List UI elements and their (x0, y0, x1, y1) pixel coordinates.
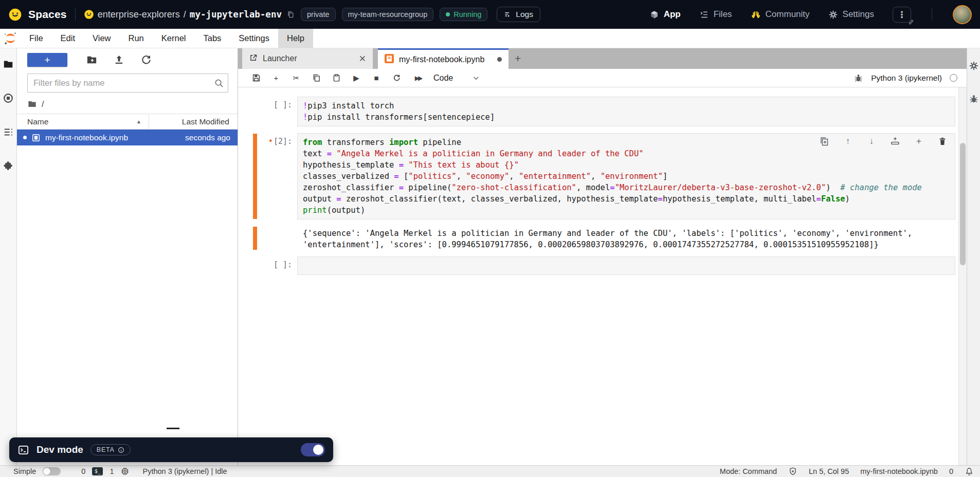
user-avatar[interactable] (953, 5, 972, 24)
upload-icon[interactable] (113, 54, 125, 66)
org-avatar-icon[interactable] (84, 9, 94, 20)
refresh-icon[interactable] (140, 54, 152, 66)
menu-settings[interactable]: Settings (230, 29, 278, 48)
cube-icon (649, 10, 659, 20)
repo-name-link[interactable]: my-jupyterlab-env (190, 9, 282, 20)
notebook-scrollbar[interactable] (958, 87, 967, 465)
bell-icon[interactable] (965, 467, 974, 476)
kernel-name[interactable]: Python 3 (ipykernel) (871, 74, 942, 83)
duplicate-icon[interactable] (819, 136, 829, 146)
unsaved-dot-icon (23, 136, 27, 139)
column-name[interactable]: Name ▲ (17, 114, 149, 129)
jupyter-menubar: File Edit View Run Kernel Tabs Settings … (0, 29, 980, 48)
save-icon[interactable] (251, 74, 261, 83)
menu-kernel[interactable]: Kernel (153, 29, 195, 48)
close-tab-icon[interactable]: ✕ (359, 53, 366, 64)
code-cell[interactable]: [ ]:!pip3 install torch!pip install tran… (238, 97, 955, 126)
menu-help[interactable]: Help (278, 29, 313, 48)
huggingface-logo-icon[interactable] (8, 8, 22, 22)
tab-launcher[interactable]: Launcher ✕ (242, 48, 373, 69)
kernel-status-icon[interactable] (950, 74, 957, 82)
breadcrumb-root[interactable]: / (42, 100, 44, 109)
file-filter-input[interactable] (27, 74, 228, 93)
cell-editor[interactable]: from transformers import pipelinetext = … (297, 133, 955, 219)
menu-file[interactable]: File (21, 29, 52, 48)
kernel-status-text[interactable]: Python 3 (ipykernel) | Idle (142, 467, 227, 475)
terminals-count[interactable]: 0 (81, 467, 85, 475)
code-line (303, 260, 950, 271)
move-down-icon[interactable]: ↓ (866, 136, 877, 146)
table-of-contents-icon[interactable] (3, 126, 14, 138)
terminal-icon (17, 444, 29, 456)
notification-count[interactable]: 0 (949, 467, 953, 475)
paste-icon[interactable] (332, 74, 341, 83)
restart-icon[interactable] (392, 74, 401, 83)
scrollbar-thumb[interactable] (960, 143, 966, 265)
command-mode-indicator[interactable]: Mode: Command (720, 467, 777, 475)
new-tab-icon[interactable]: + (515, 52, 521, 65)
nav-settings[interactable]: Settings (828, 9, 874, 20)
resourcegroup-badge[interactable]: my-team-resourcegroup (342, 8, 434, 21)
menu-view[interactable]: View (84, 29, 119, 48)
insert-below-icon[interactable]: + (271, 74, 281, 83)
column-last-modified[interactable]: Last Modified (149, 117, 238, 126)
nav-community[interactable]: Community (751, 9, 810, 20)
nav-files[interactable]: Files (699, 9, 732, 20)
code-line: text = "Angela Merkel is a politician in… (303, 148, 950, 159)
namespace-link[interactable]: enterprise-explorers (98, 9, 180, 20)
copy-icon[interactable] (312, 74, 321, 83)
new-folder-icon[interactable] (86, 54, 98, 66)
cell-input-prompt: •[2]: (238, 133, 297, 219)
active-cell-collapser[interactable] (253, 134, 257, 219)
running-status-badge[interactable]: Running (440, 8, 487, 21)
run-icon[interactable]: ▶ (352, 74, 361, 83)
code-cell[interactable]: [ ]: (238, 256, 955, 275)
insert-above-icon[interactable] (890, 136, 900, 146)
move-up-icon[interactable]: ↑ (843, 136, 853, 146)
copy-repo-name-icon[interactable] (286, 10, 295, 19)
logs-button[interactable]: Logs (497, 7, 540, 22)
output-collapser[interactable] (253, 227, 257, 250)
running-kernels-icon[interactable] (3, 93, 14, 104)
file-row-selected[interactable]: my-first-notebook.ipynb seconds ago (17, 130, 238, 145)
menu-edit[interactable]: Edit (52, 29, 84, 48)
debugger-bug-icon[interactable] (854, 73, 863, 83)
cell-type-select[interactable]: Code (433, 74, 480, 83)
new-launcher-button[interactable]: + (27, 53, 67, 67)
terminal-badge-icon[interactable]: $_ (92, 467, 103, 475)
cell-editor[interactable] (297, 256, 955, 275)
menu-tabs[interactable]: Tabs (194, 29, 230, 48)
dev-mode-toggle[interactable] (301, 443, 325, 456)
run-all-icon[interactable]: ▶▶ (412, 74, 424, 83)
delete-icon[interactable] (937, 136, 948, 146)
file-browser-icon[interactable] (3, 59, 14, 70)
info-icon[interactable] (118, 447, 124, 453)
spaces-brand[interactable]: Spaces (28, 8, 67, 21)
panel-resize-handle[interactable] (167, 428, 179, 429)
insert-below-icon[interactable]: + (914, 136, 924, 146)
debugger-panel-icon[interactable] (969, 94, 979, 104)
notebook-toolbar-icons: +✂▶■▶▶ (251, 74, 424, 83)
tab-notebook[interactable]: my-first-notebook.ipynb (378, 48, 509, 69)
kernel-chip-icon[interactable] (120, 467, 130, 476)
cell-output-area: {'sequence': 'Angela Merkel is a politic… (238, 226, 955, 250)
cell-editor[interactable]: !pip3 install torch!pip install transfor… (297, 97, 955, 126)
trust-shield-icon[interactable] (788, 467, 797, 476)
active-filename[interactable]: my-first-notebook.ipynb (860, 467, 938, 475)
simple-mode-toggle[interactable] (43, 467, 61, 475)
folder-icon[interactable] (27, 99, 37, 109)
status-bar-right: Mode: Command Ln 5, Col 95 my-first-note… (720, 467, 974, 476)
code-line: zeroshot_classifier = pipeline("zero-sho… (303, 182, 950, 193)
unsaved-indicator-icon[interactable] (497, 57, 502, 62)
cursor-position[interactable]: Ln 5, Col 95 (809, 467, 849, 475)
more-options-button[interactable]: ⋮ (893, 7, 911, 23)
nav-app[interactable]: App (649, 9, 681, 20)
cut-icon[interactable]: ✂ (292, 74, 301, 83)
property-inspector-gear-icon[interactable] (969, 61, 979, 71)
extension-manager-icon[interactable] (3, 160, 14, 172)
kernels-count[interactable]: 1 (110, 467, 114, 475)
simple-mode-label: Simple (13, 467, 36, 475)
menu-run[interactable]: Run (120, 29, 153, 48)
stop-icon[interactable]: ■ (372, 74, 381, 83)
code-cell[interactable]: •[2]:from transformers import pipelinete… (238, 133, 955, 219)
